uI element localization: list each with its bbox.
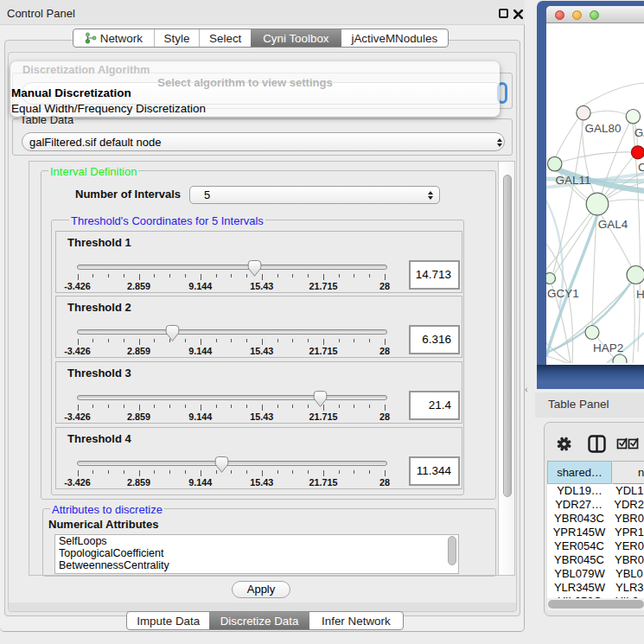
svg-text:GAL4: GAL4 <box>598 218 628 231</box>
svg-text:HIS4: HIS4 <box>636 288 644 301</box>
svg-text:GAL80: GAL80 <box>634 126 644 139</box>
svg-text:HAP2: HAP2 <box>593 341 623 354</box>
svg-text:GAL11: GAL11 <box>556 174 591 187</box>
svg-text:GCY1: GCY1 <box>547 287 579 300</box>
svg-text:CDC: CDC <box>638 161 644 174</box>
svg-text:GAL80: GAL80 <box>585 122 622 135</box>
